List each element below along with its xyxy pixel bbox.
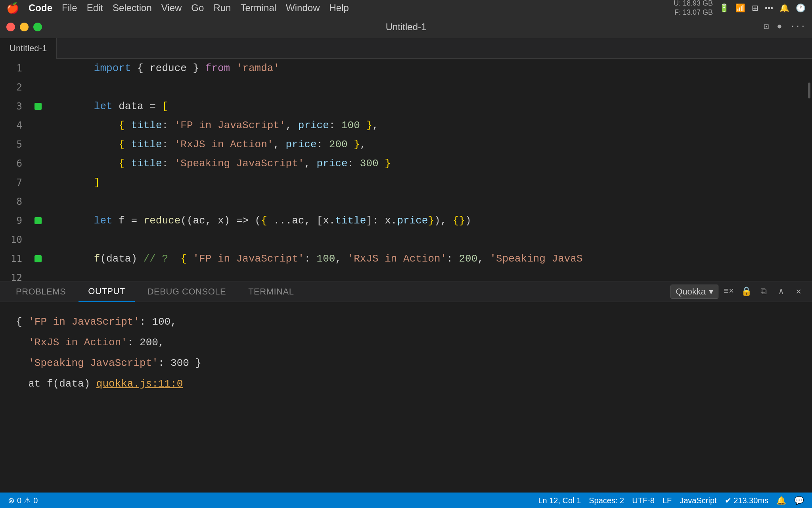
warning-icon: ⚠ bbox=[24, 496, 31, 505]
window-title: Untitled-1 bbox=[386, 21, 427, 33]
memory-stats: U: 18.93 GB F: 13.07 GB bbox=[674, 0, 713, 17]
panel-actions: Quokka ▾ ≡× 🔒 ⧉ ∧ ✕ bbox=[670, 285, 806, 299]
wifi-icon: 📶 bbox=[735, 3, 745, 13]
minimize-button[interactable] bbox=[20, 23, 29, 31]
maximize-button[interactable] bbox=[33, 23, 42, 31]
more-actions-icon[interactable]: ··· bbox=[790, 22, 806, 32]
tab-bar: Untitled-1 bbox=[0, 38, 812, 59]
collapse-panel-icon[interactable]: ∧ bbox=[774, 285, 788, 299]
chevron-down-icon: ▾ bbox=[709, 287, 713, 297]
menu-window[interactable]: Window bbox=[286, 2, 320, 13]
menubar: 🍎 Code File Edit Selection View Go Run T… bbox=[0, 0, 812, 16]
split-editor-icon[interactable]: ⊡ bbox=[764, 21, 769, 32]
apple-menu[interactable]: 🍎 bbox=[6, 2, 19, 14]
output-line-4: at f(data) quokka.js:11:0 bbox=[16, 373, 796, 394]
close-panel-icon[interactable]: ✕ bbox=[791, 285, 806, 299]
output-line-2: 'RxJS in Action': 200, bbox=[16, 332, 796, 353]
warning-count: 0 bbox=[33, 496, 38, 505]
error-icon: ⊗ bbox=[8, 496, 15, 505]
code-line-6: 6 { title: 'Speaking JavaScript', price:… bbox=[0, 154, 806, 173]
output-panel: PROBLEMS OUTPUT DEBUG CONSOLE TERMINAL Q… bbox=[0, 281, 812, 493]
scrollbar-thumb[interactable] bbox=[808, 83, 810, 98]
notification-icon[interactable]: 🔔 bbox=[779, 3, 789, 13]
menu-go[interactable]: Go bbox=[191, 2, 204, 13]
statusbar: ⊗ 0 ⚠ 0 Ln 12, Col 1 Spaces: 2 UTF-8 LF … bbox=[0, 493, 812, 508]
copy-icon[interactable]: ⧉ bbox=[756, 285, 771, 299]
editor-area: 1 import { reduce } from 'ramda' 2 3 let… bbox=[0, 59, 812, 281]
battery-icon: 🔋 bbox=[719, 3, 729, 13]
tab-debug-console[interactable]: DEBUG CONSOLE bbox=[138, 281, 236, 302]
quokka-timing[interactable]: ✔ 213.30ms bbox=[725, 496, 768, 505]
menu-view[interactable]: View bbox=[161, 2, 182, 13]
menu-help[interactable]: Help bbox=[329, 2, 349, 13]
encoding[interactable]: UTF-8 bbox=[632, 496, 655, 505]
menu-terminal[interactable]: Terminal bbox=[240, 2, 276, 13]
panel-tab-bar: PROBLEMS OUTPUT DEBUG CONSOLE TERMINAL Q… bbox=[0, 281, 812, 302]
statusbar-right: Ln 12, Col 1 Spaces: 2 UTF-8 LF JavaScri… bbox=[538, 496, 804, 505]
menu-selection[interactable]: Selection bbox=[113, 2, 152, 13]
code-line-11: 11 f(data) // ? { 'FP in JavaScript': 10… bbox=[0, 249, 806, 268]
error-status[interactable]: ⊗ 0 ⚠ 0 bbox=[8, 496, 38, 505]
code-line-1: 1 import { reduce } from 'ramda' bbox=[0, 59, 806, 78]
tab-problems[interactable]: PROBLEMS bbox=[6, 281, 75, 302]
menu-edit[interactable]: Edit bbox=[87, 2, 103, 13]
output-line-1: { 'FP in JavaScript': 100, bbox=[16, 312, 796, 332]
code-editor[interactable]: 1 import { reduce } from 'ramda' 2 3 let… bbox=[0, 59, 806, 281]
indentation[interactable]: Spaces: 2 bbox=[589, 496, 624, 505]
titlebar-actions: ⊡ ● ··· bbox=[764, 21, 806, 32]
menu-run[interactable]: Run bbox=[213, 2, 231, 13]
menu-code[interactable]: Code bbox=[29, 2, 52, 13]
quokka-dropdown[interactable]: Quokka ▾ bbox=[670, 285, 718, 299]
clock-icon: 🕐 bbox=[796, 3, 806, 13]
menubar-right: U: 18.93 GB F: 13.07 GB 🔋 📶 ⊞ ••• 🔔 🕐 bbox=[674, 0, 806, 17]
code-line-9: 9 let f = reduce((ac, x) => ({ ...ac, [x… bbox=[0, 211, 806, 230]
language-mode[interactable]: JavaScript bbox=[680, 496, 716, 505]
feedback-icon[interactable]: 💬 bbox=[794, 496, 804, 505]
tab-untitled[interactable]: Untitled-1 bbox=[0, 38, 57, 59]
clear-console-icon[interactable]: ≡× bbox=[722, 285, 736, 299]
more-icon[interactable]: ••• bbox=[765, 4, 773, 13]
dot-icon: ● bbox=[777, 22, 782, 32]
output-line-3: 'Speaking JavaScript': 300 } bbox=[16, 353, 796, 373]
error-count: 0 bbox=[17, 496, 21, 505]
control-center-icon[interactable]: ⊞ bbox=[752, 3, 758, 13]
titlebar: Untitled-1 ⊡ ● ··· bbox=[0, 16, 812, 38]
editor-scrollbar[interactable] bbox=[806, 59, 812, 281]
tab-terminal[interactable]: TERMINAL bbox=[239, 281, 303, 302]
notifications-icon[interactable]: 🔔 bbox=[776, 496, 786, 505]
panel-content: { 'FP in JavaScript': 100, 'RxJS in Acti… bbox=[0, 302, 812, 493]
close-button[interactable] bbox=[6, 23, 15, 31]
traffic-lights bbox=[6, 23, 42, 31]
quokka-link[interactable]: quokka.js:11:0 bbox=[96, 378, 183, 390]
lock-icon[interactable]: 🔒 bbox=[739, 285, 753, 299]
cursor-position[interactable]: Ln 12, Col 1 bbox=[538, 496, 581, 505]
quokka-label: Quokka bbox=[676, 287, 706, 297]
eol[interactable]: LF bbox=[663, 496, 672, 505]
tab-output[interactable]: OUTPUT bbox=[79, 281, 134, 302]
menu-file[interactable]: File bbox=[62, 2, 77, 13]
